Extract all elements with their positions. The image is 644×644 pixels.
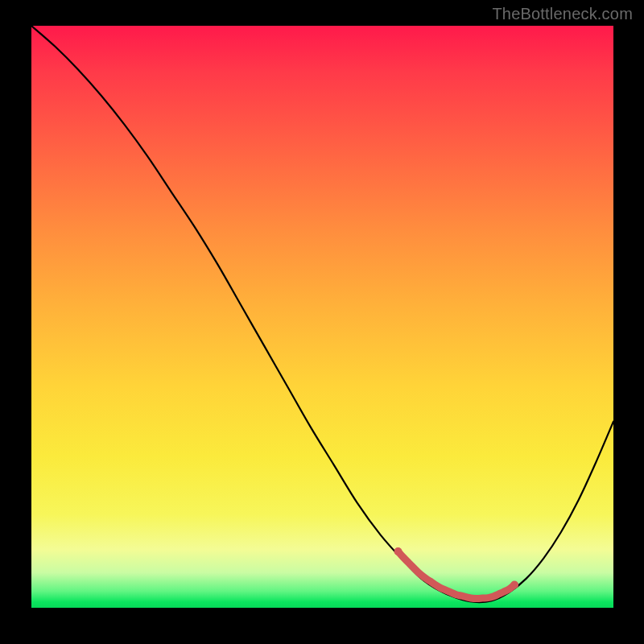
optimal-range-highlight: [398, 551, 514, 598]
optimal-range-start-dot: [394, 547, 402, 555]
bottleneck-curve: [31, 26, 613, 602]
source-watermark: TheBottleneck.com: [492, 5, 633, 23]
plot-area: [31, 26, 613, 608]
curve-overlay: [31, 26, 613, 608]
chart-frame: TheBottleneck.com: [0, 0, 644, 644]
optimal-range-end-dot: [510, 580, 518, 588]
